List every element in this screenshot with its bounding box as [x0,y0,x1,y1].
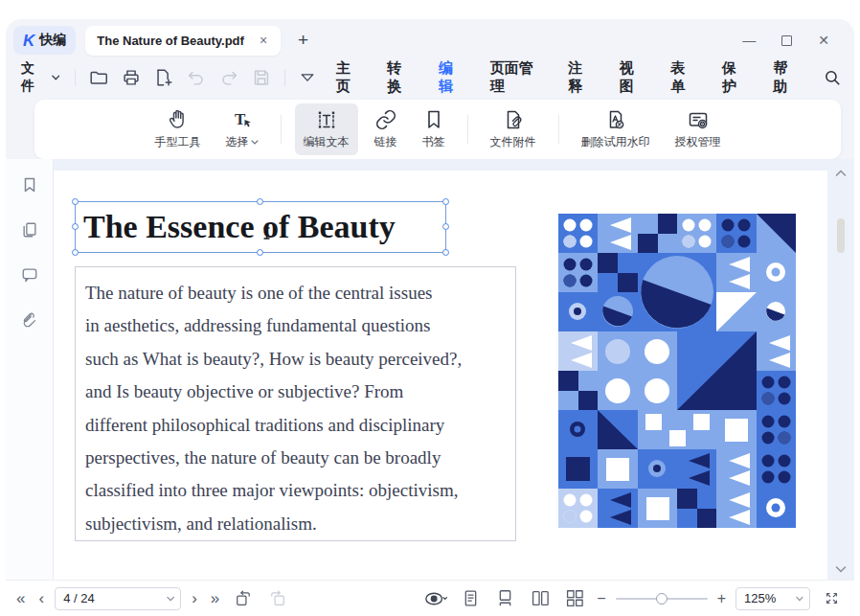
print-button[interactable] [118,64,145,91]
previous-page-button[interactable]: ‹ [35,590,47,606]
two-page-continuous-icon [565,589,583,607]
resize-handle-s[interactable] [257,249,263,256]
last-page-button[interactable]: » [208,590,222,606]
text-select-icon: T [231,108,254,131]
tool-bookmark[interactable]: 书签 [414,103,454,155]
continuous-view-button[interactable] [491,585,518,612]
first-page-button[interactable]: « [13,590,28,606]
previous-view-button[interactable] [230,585,257,612]
tool-label: 书签 [422,134,445,150]
menu-forms[interactable]: 表单 [670,54,697,102]
zoom-level-input[interactable] [744,591,796,605]
next-view-button[interactable] [264,585,291,612]
file-attachment-icon [502,108,525,131]
page-thumbnails-panel-button[interactable] [17,217,42,242]
undo-button[interactable] [183,64,210,91]
new-tab-button[interactable]: + [294,30,312,51]
menu-convert[interactable]: 转换 [387,54,414,102]
zoom-in-button[interactable]: + [715,591,728,606]
chevron-down-icon[interactable] [167,596,174,602]
divider [558,115,559,144]
menu-edit[interactable]: 编辑 [439,54,465,102]
tool-edit-text[interactable]: 编辑文本 [295,103,358,155]
page-navigation: « ‹ › » [13,585,291,612]
two-page-icon [531,589,549,607]
resize-handle-ne[interactable] [442,198,449,205]
scroll-down-button[interactable] [835,560,847,578]
resize-handle-nw[interactable] [72,198,79,205]
paragraph-line: The nature of beauty is one of the centr… [85,277,515,309]
divider [75,69,76,86]
titlebar: K 快编 The Nature of Beauty.pdf × + — ✕ [13,23,841,57]
page-number-field[interactable] [55,587,181,610]
fullscreen-button[interactable] [818,585,845,612]
selected-text-box[interactable]: The Essence of Beauty [75,201,446,253]
chevron-down-icon[interactable] [796,596,803,602]
menu-annotate[interactable]: 注释 [568,54,595,102]
new-file-button[interactable] [150,64,177,91]
tool-file-attachment[interactable]: 文件附件 [482,103,545,155]
geometric-pattern-image[interactable] [558,214,796,528]
tool-license-management[interactable]: 授权管理 [667,103,730,155]
page-number-input[interactable] [63,591,167,605]
file-menu-button[interactable]: 文件 [15,57,65,99]
tool-link[interactable]: 链接 [366,103,406,155]
zoom-out-button[interactable]: − [595,591,607,606]
view-mode-button[interactable] [422,585,449,612]
view-zoom-controls: − + [422,585,845,612]
resize-handle-w[interactable] [72,223,79,230]
menu-view[interactable]: 视图 [620,54,646,102]
tool-remove-trial-watermark[interactable]: 删除试用水印 [573,103,659,155]
menu-page-management[interactable]: 页面管理 [490,54,543,102]
single-page-view-button[interactable] [457,585,484,612]
menu-help[interactable]: 帮助 [774,54,801,102]
resize-handle-e[interactable] [442,223,449,230]
bookmarks-panel-button[interactable] [17,172,42,197]
two-page-continuous-view-button[interactable] [560,585,587,612]
zoom-slider-thumb[interactable] [656,593,668,605]
zoom-slider[interactable] [616,592,708,605]
previous-view-icon [234,589,253,608]
two-page-view-button[interactable] [526,585,553,612]
tab-close-icon[interactable]: × [258,32,269,49]
resize-handle-se[interactable] [442,249,449,256]
undo-icon [186,67,207,88]
pdf-page[interactable]: The Essence of Beauty The nature of beau… [54,171,827,580]
continuous-page-icon [496,589,514,607]
tool-select[interactable]: T 选择 [217,103,267,155]
document-area: The Essence of Beauty The nature of beau… [6,159,854,580]
remove-watermark-icon [604,108,627,131]
comments-icon [21,266,38,284]
page-thumbnails-icon [21,221,38,239]
maximize-button[interactable] [781,35,792,46]
redo-icon [218,67,239,88]
search-button[interactable] [819,64,845,91]
collapse-toolbar-button[interactable] [295,64,321,91]
scroll-up-button[interactable] [835,165,847,182]
resize-handle-sw[interactable] [72,249,79,256]
next-page-button[interactable]: › [189,590,200,606]
redo-button[interactable] [215,64,242,91]
scrollbar-thumb[interactable] [837,218,845,253]
attachments-panel-button[interactable] [17,308,42,332]
menu-home[interactable]: 主页 [336,54,363,102]
paragraph-line: and Is beauty objective or subjective? F… [85,376,515,408]
menu-protect[interactable]: 保护 [722,54,749,102]
vertical-scrollbar[interactable] [827,159,854,580]
save-button[interactable] [248,64,275,91]
new-file-icon [153,67,174,88]
comments-panel-button[interactable] [17,262,42,287]
open-file-button[interactable] [85,64,112,91]
zoom-level-field[interactable] [736,587,810,610]
document-tab-title: The Nature of Beauty.pdf [97,34,244,48]
app-logo[interactable]: K 快编 [13,26,76,55]
resize-handle-n[interactable] [257,198,263,205]
tool-label: 链接 [374,134,397,150]
minimize-button[interactable]: — [742,34,756,47]
tool-label: 授权管理 [675,134,721,150]
svg-text:T: T [235,110,246,128]
document-tab[interactable]: The Nature of Beauty.pdf × [85,26,281,56]
paragraph-text-box[interactable]: The nature of beauty is one of the centr… [75,266,516,541]
close-button[interactable]: ✕ [818,34,829,47]
tool-hand[interactable]: 手型工具 [147,103,210,155]
